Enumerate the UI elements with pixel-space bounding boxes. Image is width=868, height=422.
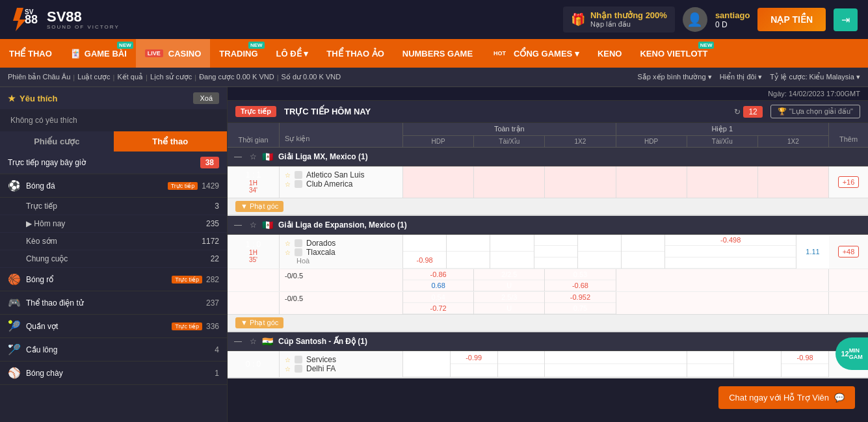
x2-full-3: 3 U: [498, 351, 545, 377]
sport-item-quanvot[interactable]: 🎾 Quần vợt Trực tiếp 336: [0, 315, 227, 338]
period-min-2: 35': [249, 256, 257, 263]
star-team-1a[interactable]: ☆: [285, 172, 291, 179]
nav-keno[interactable]: KENO: [588, 39, 631, 68]
x2-full-2-b[interactable]: 1.00: [490, 252, 533, 269]
sub-hdp-2b-v1[interactable]: 0.54: [403, 292, 473, 303]
hdp-h1-3-a[interactable]: 1.72: [687, 351, 734, 364]
sub-odds-full-2b: 0.54 -0.72 2.5/3 U -0.952 0.75: [403, 292, 616, 314]
sub-hdp-2a-v1[interactable]: -0.86: [403, 269, 473, 280]
sport-left-bongro: 🏀 Bóng rổ: [8, 273, 53, 285]
phat-goc-button-2[interactable]: ▼ Phạt góc: [235, 317, 283, 328]
select-league-button[interactable]: 🏆 "Lựa chọn giải đấu": [770, 105, 860, 118]
tx-full-2-top[interactable]: 2.5: [447, 235, 490, 252]
hdp-h1-2-a[interactable]: 1.39: [534, 235, 577, 246]
hdp-h1-3-b[interactable]: 3.53: [687, 364, 734, 377]
x2-h1-2-v3[interactable]: 6.30: [665, 257, 796, 269]
sub-hdp-2a-v2[interactable]: 0.68: [403, 280, 473, 291]
more-button-2[interactable]: +48: [838, 246, 860, 257]
x2-h1-2-v1[interactable]: -0.498: [665, 235, 796, 246]
nav-trading[interactable]: TRADING NEW: [210, 39, 267, 68]
hdp-full-3-a[interactable]: -0.5/1: [403, 351, 450, 377]
sport-item-bongro[interactable]: 🏀 Bóng rổ Trực tiếp 282: [0, 268, 227, 291]
nav-casino[interactable]: LIVECASINO: [136, 39, 211, 68]
xoa-button[interactable]: Xoá: [193, 92, 219, 104]
expand-santosh[interactable]: —: [234, 337, 242, 346]
star-liga-mx[interactable]: ☆: [250, 152, 257, 161]
avatar[interactable]: 👤: [683, 7, 707, 32]
odds-sub-row-2a: -0/0.5 -0.86 0.68 2/2.5 U 0.53 -0.68: [228, 269, 868, 291]
display-option[interactable]: Hiển thị đôi ▾: [720, 73, 763, 81]
period-min-1: 34': [249, 187, 257, 194]
sub-x2-2b-v2[interactable]: 0.75: [545, 303, 615, 314]
nav-game-bai[interactable]: 🃏GAME BÀI NEW: [61, 39, 136, 68]
nav-lode[interactable]: LÔ ĐỀ ▾: [267, 39, 318, 68]
expand-liga-expansion[interactable]: —: [234, 220, 242, 230]
sub-more-2b: [829, 292, 868, 314]
sub-x2-2b-v1[interactable]: -0.952: [545, 292, 615, 303]
sport-sub-chungcuoc[interactable]: Chung cuộc 22: [0, 250, 227, 268]
x2-h1-3-a[interactable]: -0.98: [782, 351, 828, 364]
sport-item-bongda[interactable]: ⚽ Bóng đá Trực tiếp 1429: [0, 174, 227, 198]
subnav-sodu[interactable]: Số dư 0.00 K VND: [282, 73, 341, 81]
subnav-lichsu[interactable]: Lịch sử cược: [150, 73, 192, 81]
star-team-3b[interactable]: ☆: [285, 365, 291, 373]
star-team-1b[interactable]: ☆: [285, 181, 291, 188]
subnav-phienban[interactable]: Phiên bản Châu Âu: [8, 73, 70, 81]
odds-full-2: 0 -0.98 2.5 U 0.79 1.00: [403, 235, 534, 269]
chat-button[interactable]: Chat ngay với Hỗ Trợ Viên 💬: [718, 386, 855, 409]
sport-sub-keosom[interactable]: Kèo sớm 1172: [0, 233, 227, 250]
tx-h1-2-a[interactable]: 0: [578, 235, 621, 252]
sub-more-2a: [829, 269, 868, 291]
favorites-label: ★ Yêu thích: [8, 94, 58, 103]
sub-x2-2a-v1[interactable]: 0.53: [545, 269, 615, 280]
sport-item-bongchay[interactable]: ⚾ Bóng chày 1: [0, 362, 227, 385]
x2-h1-2-v2[interactable]: 28.00: [665, 246, 796, 257]
sport-item-caulong[interactable]: 🏸 Cầu lông 4: [0, 338, 227, 362]
sport-item-esport[interactable]: 🎮 Thể thao điện tử 237: [0, 291, 227, 315]
sub-hdp-2b-v2[interactable]: -0.72: [403, 303, 473, 314]
star-santosh[interactable]: ☆: [250, 337, 257, 346]
subnav-ketqua[interactable]: Kết quả: [117, 73, 143, 81]
extra-3-b[interactable]: 0.84: [545, 364, 686, 377]
tab-phieu-cuoc[interactable]: Phiếu cược: [0, 131, 114, 152]
nav-cong-games[interactable]: HOTCỔNG GAMES ▾: [482, 39, 588, 68]
extra-3-a[interactable]: 0.94: [545, 351, 686, 364]
star-team-2a[interactable]: ☆: [285, 240, 291, 247]
hdp-h1-2-c[interactable]: 4.06: [534, 257, 577, 269]
nav-keno-vietlott[interactable]: KENO VIETLOTT NEW: [631, 39, 717, 68]
nav-numbers-game[interactable]: NUMBERS GAME: [393, 39, 482, 68]
phat-goc-1: ▼ Phạt góc: [228, 198, 868, 215]
nav-the-thao[interactable]: THỂ THAO: [0, 39, 61, 68]
subnav-luatcuoc[interactable]: Luật cược: [77, 73, 110, 81]
tx-full-3-b[interactable]: 0.77: [451, 364, 497, 377]
sport-sub-tructip[interactable]: Trực tiếp 3: [0, 198, 227, 215]
star-liga-expansion[interactable]: ☆: [250, 220, 257, 230]
tab-the-thao[interactable]: Thể thao: [114, 131, 228, 152]
tx-full-3-a[interactable]: -0.99: [451, 351, 497, 364]
expand-liga-mx[interactable]: —: [234, 152, 242, 161]
hdp-h1-2-b[interactable]: 7.20: [534, 246, 577, 257]
nav-the-thao-ao[interactable]: THỂ THAO ẢO: [317, 39, 393, 68]
more-button-1[interactable]: +16: [838, 176, 860, 188]
team-name-delhi: Delhi FA: [306, 364, 335, 373]
phat-goc-button-1[interactable]: ▼ Phạt góc: [235, 201, 283, 212]
sub-time-2b: [228, 292, 280, 314]
star-team-2b[interactable]: ☆: [285, 249, 291, 256]
mini-game-badge[interactable]: 12MINGAM: [835, 337, 868, 370]
subnav-dangcuoc[interactable]: Đang cược 0.00 K VND: [199, 73, 274, 81]
logout-button[interactable]: ⇥: [834, 8, 858, 31]
odds-type-option[interactable]: Tỷ lệ cược: Kiểu Malaysia ▾: [770, 73, 860, 81]
star-team-3a[interactable]: ☆: [285, 356, 291, 363]
x2-h1-3-b[interactable]: 0.76: [782, 364, 828, 377]
sub-teams-2a: -0/0.5: [280, 269, 403, 291]
sub-x2-2a-v2[interactable]: -0.68: [545, 280, 615, 291]
naptien-button[interactable]: NẠP TIỀN: [757, 8, 826, 31]
hdp-full-2-bot[interactable]: -0.98: [403, 252, 446, 269]
sport-sub-homnay[interactable]: ▶ Hôm nay 235: [0, 215, 227, 233]
x2-full-2-a[interactable]: 0.79: [490, 235, 533, 252]
tx-h1-1: [687, 166, 758, 198]
refresh-button[interactable]: ↻ 12: [734, 106, 762, 118]
sort-option[interactable]: Sắp xếp bình thường ▾: [638, 73, 712, 81]
tx-h1-2-b[interactable]: 0.97: [578, 252, 621, 269]
hdp-full-2-top[interactable]: 0: [403, 235, 446, 252]
